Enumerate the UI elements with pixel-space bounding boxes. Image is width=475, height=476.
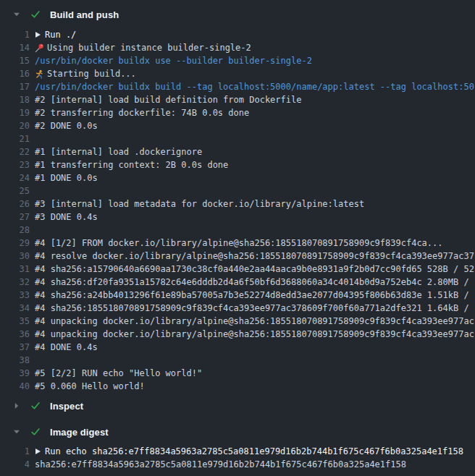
log-line-content: #1 transferring context: 2B 0.0s done [35, 160, 228, 170]
step-header-inspect[interactable]: Inspect [0, 393, 475, 419]
log-text: #1 DONE 0.0s [35, 173, 98, 183]
line-number[interactable]: 18 [0, 95, 30, 105]
line-number[interactable]: 33 [0, 290, 30, 300]
log-line-content: Run ./ [35, 30, 76, 40]
chevron-right-icon[interactable] [13, 402, 20, 409]
line-number[interactable]: 22 [0, 147, 30, 157]
step-header-build-and-push[interactable]: Build and push [0, 1, 475, 28]
log-line-content: #5 [2/2] RUN echo "Hello world!" [35, 368, 202, 378]
step-header-image-digest[interactable]: Image digest [0, 419, 475, 445]
line-number[interactable]: 20 [0, 121, 30, 131]
step-title: Image digest [50, 427, 109, 438]
log-line: 37#4 DONE 0.4s [0, 341, 475, 354]
log-text: #4 DONE 0.4s [35, 342, 98, 352]
log-line-content: #4 unpacking docker.io/library/alpine@sh… [35, 316, 474, 326]
log-line-content: #2 transferring dockerfile: 74B 0.0s don… [35, 108, 249, 118]
check-icon [30, 9, 41, 20]
log-line-content: #4 sha256:185518070891758909c9f839cf4ca3… [35, 303, 474, 313]
line-number[interactable]: 40 [0, 381, 30, 391]
log-line: 35#4 unpacking docker.io/library/alpine@… [0, 315, 475, 328]
log-text: #4 resolve docker.io/library/alpine@sha2… [35, 251, 474, 261]
log-line: 16Starting build... [0, 67, 475, 80]
log-text: #5 0.060 Hello world! [35, 381, 145, 391]
log-line: 33#4 sha256:a24bb4013296f61e89ba57005a7b… [0, 289, 475, 302]
line-number[interactable]: 38 [0, 355, 30, 365]
actions-log-viewer: Build and push 1Run ./14Using builder in… [0, 0, 475, 471]
step-section: Inspect [0, 393, 475, 419]
log-line: 1Run echo sha256:e7ff8834a5963a2785c5a08… [0, 445, 475, 458]
line-number[interactable]: 32 [0, 277, 30, 287]
line-number[interactable]: 28 [0, 225, 30, 235]
line-number[interactable]: 4 [0, 459, 30, 469]
log-line: 26#3 [internal] load metadata for docker… [0, 197, 475, 211]
line-number[interactable]: 1 [0, 446, 30, 456]
line-number[interactable]: 26 [0, 199, 30, 209]
log-line-content: #3 DONE 0.4s [35, 212, 98, 222]
run-expander-icon[interactable] [35, 448, 41, 455]
line-number[interactable]: 24 [0, 173, 30, 183]
pushpin-icon [35, 43, 44, 53]
log-text: #3 DONE 0.4s [35, 212, 98, 222]
step-title: Inspect [50, 401, 83, 412]
line-number[interactable]: 35 [0, 316, 30, 326]
runner-icon [35, 69, 44, 79]
line-number[interactable]: 15 [0, 56, 30, 66]
log-line-content: #4 [1/2] FROM docker.io/library/alpine@s… [35, 238, 443, 248]
log-text: sha256:e7ff8834a5963a2785c5a0811e979d16b… [35, 459, 406, 469]
line-number[interactable]: 25 [0, 186, 30, 196]
log-line-content: #1 DONE 0.0s [35, 173, 98, 183]
log-line: 29#4 [1/2] FROM docker.io/library/alpine… [0, 237, 475, 250]
log-text: Starting build... [47, 69, 136, 79]
log-line-content: #4 sha256:a15790640a6690aa1730c38cf0a440… [35, 264, 474, 274]
line-number[interactable]: 36 [0, 329, 30, 339]
line-number[interactable]: 39 [0, 368, 30, 378]
line-number[interactable]: 17 [0, 82, 30, 92]
log-line-content: #4 unpacking docker.io/library/alpine@sh… [35, 329, 474, 339]
line-number[interactable]: 14 [0, 43, 30, 53]
log-line: 15/usr/bin/docker buildx use --builder b… [0, 54, 475, 67]
log-line: 31#4 sha256:a15790640a6690aa1730c38cf0a4… [0, 263, 475, 276]
log-line: 34#4 sha256:185518070891758909c9f839cf4c… [0, 302, 475, 315]
line-number[interactable]: 30 [0, 251, 30, 261]
log-line-content: #5 0.060 Hello world! [35, 381, 145, 391]
log-text: /usr/bin/docker buildx build --tag local… [35, 82, 474, 92]
log-line-content: #4 sha256:df20fa9351a15782c64e6dddb2d4a6… [35, 277, 474, 287]
log-line: 18#2 [internal] load build definition fr… [0, 93, 475, 106]
line-number[interactable]: 31 [0, 264, 30, 274]
line-number[interactable]: 27 [0, 212, 30, 222]
chevron-down-icon[interactable] [13, 11, 20, 18]
log-line: 23#1 transferring context: 2B 0.0s done [0, 158, 475, 171]
log-text: /usr/bin/docker buildx use --builder bui… [35, 56, 312, 66]
log-text: #2 [internal] load build definition from… [35, 95, 301, 105]
log-line-content: #2 DONE 0.0s [35, 121, 98, 131]
line-number[interactable]: 23 [0, 160, 30, 170]
log-line: 27#3 DONE 0.4s [0, 211, 475, 224]
log-text: #4 sha256:185518070891758909c9f839cf4ca3… [35, 303, 474, 313]
line-number[interactable]: 21 [0, 134, 30, 144]
line-number[interactable]: 34 [0, 303, 30, 313]
log-line-content: #4 sha256:a24bb4013296f61e89ba57005a7b3e… [35, 290, 474, 300]
log-line: 20#2 DONE 0.0s [0, 119, 475, 132]
log-line-content: #1 [internal] load .dockerignore [35, 147, 202, 157]
log-line-content: sha256:e7ff8834a5963a2785c5a0811e979d16b… [35, 459, 406, 469]
log-line: 19#2 transferring dockerfile: 74B 0.0s d… [0, 106, 475, 119]
log-line: 25 [0, 184, 475, 197]
log-text: #4 unpacking docker.io/library/alpine@sh… [35, 316, 474, 326]
run-expander-icon[interactable] [35, 31, 41, 38]
log-line-content: #4 DONE 0.4s [35, 342, 98, 352]
log-line-content: /usr/bin/docker buildx build --tag local… [35, 82, 474, 92]
log-line: 24#1 DONE 0.0s [0, 171, 475, 184]
chevron-down-icon[interactable] [13, 428, 20, 435]
line-number[interactable]: 29 [0, 238, 30, 248]
log-text: #1 transferring context: 2B 0.0s done [35, 160, 228, 170]
log-line: 4sha256:e7ff8834a5963a2785c5a0811e979d16… [0, 458, 475, 471]
step-title: Build and push [50, 9, 119, 20]
log-line: 39#5 [2/2] RUN echo "Hello world!" [0, 367, 475, 380]
log-line: 40#5 0.060 Hello world! [0, 380, 475, 393]
line-number[interactable]: 16 [0, 69, 30, 79]
line-number[interactable]: 1 [0, 30, 30, 40]
log-line: 38 [0, 354, 475, 367]
line-number[interactable]: 19 [0, 108, 30, 118]
line-number[interactable]: 37 [0, 342, 30, 352]
log-line-content: Run echo sha256:e7ff8834a5963a2785c5a081… [35, 446, 463, 456]
